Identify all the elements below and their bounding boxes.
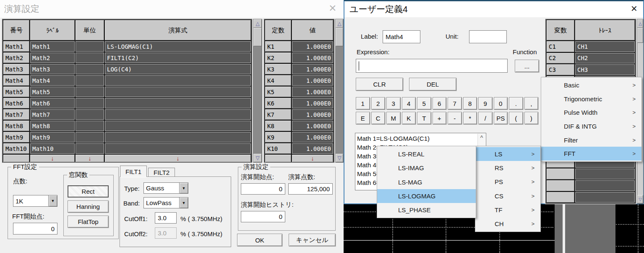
- math-row-unit[interactable]: [76, 41, 104, 52]
- constant-value[interactable]: 1.000E0: [292, 41, 333, 52]
- math-row-label[interactable]: Math10: [30, 143, 75, 154]
- math-row-label[interactable]: Math9: [30, 132, 75, 142]
- menu-item[interactable]: TF >: [475, 203, 540, 217]
- scrollbar-thumb[interactable]: [637, 28, 643, 43]
- math-row-label[interactable]: Math4: [30, 75, 75, 86]
- menu-item[interactable]: LS-IMAG: [377, 161, 476, 175]
- cutoff1-input[interactable]: 3.0: [155, 212, 177, 224]
- unit-input[interactable]: [469, 30, 507, 43]
- math-row-expression[interactable]: [105, 87, 251, 97]
- constant-value[interactable]: 1.000E0: [292, 98, 333, 108]
- constants-table-scrollbar[interactable]: △ ▽: [335, 19, 344, 163]
- keypad-key[interactable]: ): [524, 112, 539, 124]
- keypad-key[interactable]: ,: [524, 97, 539, 110]
- scroll-down-arrow-icon[interactable]: ↓: [292, 155, 333, 162]
- keypad-key[interactable]: *: [463, 112, 477, 124]
- scroll-down-arrow-icon[interactable]: ↓: [30, 155, 75, 162]
- expression-input[interactable]: [356, 59, 508, 73]
- window-function-button[interactable]: Hanning: [68, 200, 109, 213]
- math-row-expression[interactable]: [105, 109, 251, 120]
- math-row-expression[interactable]: [105, 75, 251, 86]
- close-icon[interactable]: ×: [631, 2, 637, 15]
- math-row-expression[interactable]: [105, 132, 251, 142]
- keypad-key[interactable]: K: [402, 112, 416, 124]
- keypad-key[interactable]: (: [509, 112, 523, 124]
- constant-value[interactable]: 1.000E0: [292, 64, 333, 74]
- scroll-down-icon[interactable]: ▽: [336, 154, 343, 162]
- math-row-unit[interactable]: [76, 121, 104, 131]
- variable-name[interactable]: C3: [547, 64, 574, 75]
- menu-item[interactable]: Trigonometric >: [541, 92, 641, 106]
- math-row-unit[interactable]: [76, 143, 104, 154]
- constant-name[interactable]: K2: [265, 53, 291, 63]
- menu-item[interactable]: LS >: [475, 147, 540, 161]
- keypad-key[interactable]: 3: [386, 97, 401, 110]
- scroll-up-icon[interactable]: △: [637, 19, 643, 28]
- window-function-button[interactable]: FlatTop: [68, 216, 109, 228]
- math-row-label[interactable]: Math5: [30, 87, 75, 97]
- menu-item[interactable]: Basic >: [541, 78, 641, 92]
- constant-name[interactable]: K3: [265, 64, 291, 74]
- math-row-label[interactable]: Math7: [30, 109, 75, 120]
- constant-name[interactable]: K7: [265, 109, 291, 120]
- variable-name[interactable]: C1: [547, 41, 574, 52]
- constant-name[interactable]: K1: [265, 41, 291, 52]
- variable-trace[interactable]: CH1: [575, 41, 635, 52]
- constant-value[interactable]: 1.000E0: [292, 132, 333, 142]
- math-row-unit[interactable]: [76, 75, 104, 86]
- menu-item[interactable]: PS >: [475, 175, 540, 189]
- keypad-key[interactable]: C: [371, 112, 386, 124]
- keypad-key[interactable]: PS: [494, 112, 508, 124]
- math-row-unit[interactable]: [76, 87, 104, 97]
- math-row-label[interactable]: Math6: [30, 98, 75, 108]
- keypad-key[interactable]: 9: [478, 97, 493, 110]
- scroll-up-icon[interactable]: △: [253, 19, 262, 28]
- variable-name[interactable]: [547, 169, 574, 179]
- variable-trace[interactable]: CH2: [575, 53, 635, 64]
- scroll-down-icon[interactable]: ▽: [253, 154, 262, 162]
- math-row-label[interactable]: Math3: [30, 64, 75, 74]
- filter-type-dropdown[interactable]: Gauss ▼: [143, 182, 188, 194]
- keypad-key[interactable]: .: [509, 97, 523, 110]
- del-button[interactable]: DEL: [409, 78, 456, 91]
- filt-tab[interactable]: FILT1: [120, 166, 147, 177]
- constant-name[interactable]: K8: [265, 121, 291, 131]
- keypad-key[interactable]: 2: [371, 97, 386, 110]
- chevron-down-icon[interactable]: ▼: [48, 195, 57, 206]
- cancel-button[interactable]: キャンセル: [289, 234, 336, 246]
- variable-trace[interactable]: CH3: [575, 64, 635, 75]
- math-table-scrollbar[interactable]: △ ▽: [253, 19, 262, 163]
- keypad-key[interactable]: 5: [417, 97, 431, 110]
- math-row-number[interactable]: Math5: [3, 87, 29, 97]
- math-row-expression[interactable]: [105, 98, 251, 108]
- math-row-expression[interactable]: [105, 143, 251, 154]
- menu-item[interactable]: FFT >: [541, 147, 641, 161]
- variable-trace[interactable]: [575, 180, 635, 191]
- constant-value[interactable]: 1.000E0: [292, 143, 333, 154]
- constant-value[interactable]: 1.000E0: [292, 87, 333, 97]
- math-row-number[interactable]: Math10: [3, 143, 29, 154]
- keypad-key[interactable]: 6: [433, 97, 447, 110]
- constant-name[interactable]: K5: [265, 87, 291, 97]
- math-row-number[interactable]: Math7: [3, 109, 29, 120]
- keypad-key[interactable]: -: [448, 112, 462, 124]
- ok-button[interactable]: OK: [237, 234, 282, 246]
- menu-item[interactable]: LS-REAL: [377, 147, 476, 161]
- calc-points-input[interactable]: 125,000: [288, 183, 333, 195]
- math-row-unit[interactable]: [76, 64, 104, 74]
- constant-value[interactable]: 1.000E0: [292, 75, 333, 86]
- variable-name[interactable]: C2: [547, 53, 574, 64]
- keypad-key[interactable]: T: [417, 112, 431, 124]
- math-row-expression[interactable]: LS-LOGMAG(C1): [105, 41, 251, 52]
- variable-name[interactable]: [547, 192, 574, 203]
- constant-name[interactable]: K9: [265, 132, 291, 142]
- keypad-key[interactable]: 4: [402, 97, 416, 110]
- math-row-expression[interactable]: FILT1(C2): [105, 53, 251, 63]
- math-row-unit[interactable]: [76, 132, 104, 142]
- menu-item[interactable]: Pulse Width >: [541, 105, 641, 119]
- menu-item[interactable]: LS-MAG: [377, 175, 476, 189]
- clr-button[interactable]: CLR: [356, 78, 403, 91]
- math-row-number[interactable]: Math3: [3, 64, 29, 74]
- calc-history-input[interactable]: 0: [241, 211, 285, 222]
- variable-trace[interactable]: [575, 192, 635, 203]
